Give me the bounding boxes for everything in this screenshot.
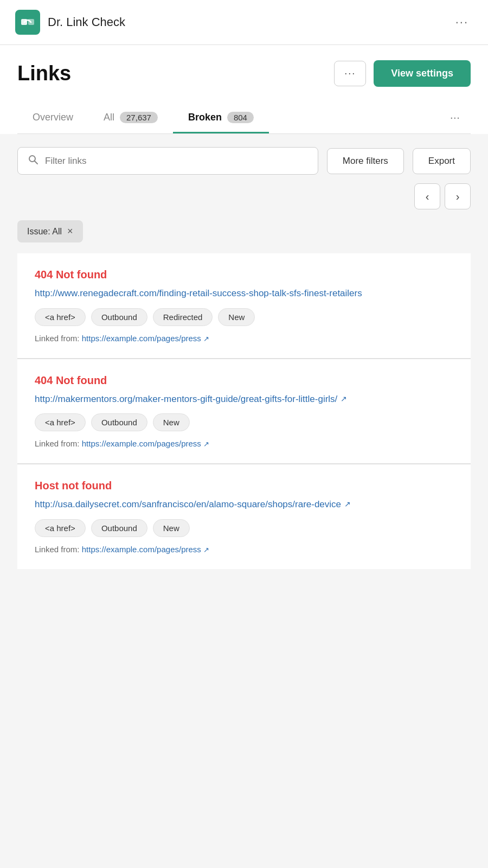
linked-from: Linked from: https://example.com/pages/p… (35, 439, 453, 448)
filter-tags-area: Issue: All × (0, 220, 488, 253)
external-link-icon: ↗ (341, 393, 347, 405)
top-bar: Dr. Link Check ··· (0, 0, 488, 45)
link-item: 404 Not found http://makermentors.org/ma… (17, 359, 471, 464)
pagination-row: ‹ › (0, 183, 488, 220)
linked-from-url[interactable]: https://example.com/pages/press (82, 545, 201, 554)
linked-from: Linked from: https://example.com/pages/p… (35, 545, 453, 554)
page-title: Links (17, 62, 71, 85)
link-status: 404 Not found (35, 269, 453, 281)
tab-all-badge: 27,637 (120, 112, 158, 123)
app-logo (15, 10, 40, 35)
link-item: 404 Not found http://www.renegadecraft.c… (17, 253, 471, 358)
header-actions: ··· View settings (334, 60, 471, 87)
svg-line-3 (35, 161, 38, 164)
link-url[interactable]: http://makermentors.org/maker-mentors-gi… (35, 392, 347, 406)
tags-row: <a href> Outbound New (35, 519, 453, 537)
search-icon (28, 154, 38, 168)
tags-row: <a href> Outbound Redirected New (35, 308, 453, 326)
tag-new: New (153, 519, 190, 537)
external-link-icon: ↗ (203, 335, 209, 343)
filter-bar: More filters Export (0, 134, 488, 183)
header-more-button[interactable]: ··· (334, 61, 366, 86)
tag-href: <a href> (35, 413, 86, 431)
app-menu-button[interactable]: ··· (451, 13, 473, 31)
prev-page-button[interactable]: ‹ (414, 183, 440, 209)
tab-broken-badge: 804 (227, 112, 254, 123)
links-list: 404 Not found http://www.renegadecraft.c… (0, 253, 488, 569)
tag-redirected: Redirected (153, 308, 213, 326)
view-settings-button[interactable]: View settings (374, 60, 471, 87)
link-url[interactable]: http://www.renegadecraft.com/finding-ret… (35, 286, 362, 301)
tag-new: New (153, 413, 190, 431)
link-item: Host not found http://usa.dailysecret.co… (17, 464, 471, 569)
active-filter-tag[interactable]: Issue: All × (17, 220, 83, 242)
page-header: Links ··· View settings Overview All 27,… (0, 45, 488, 134)
tag-href: <a href> (35, 519, 86, 537)
export-button[interactable]: Export (413, 148, 471, 174)
link-status: 404 Not found (35, 374, 453, 387)
more-filters-button[interactable]: More filters (327, 148, 404, 174)
tab-broken[interactable]: Broken 804 (173, 103, 269, 133)
filter-tag-label: Issue: All (27, 227, 62, 237)
linked-from-url[interactable]: https://example.com/pages/press (82, 439, 201, 448)
search-input[interactable] (45, 156, 308, 167)
link-url[interactable]: http://usa.dailysecret.com/sanfrancisco/… (35, 497, 351, 512)
app-title: Dr. Link Check (48, 15, 125, 29)
app-branding: Dr. Link Check (15, 10, 125, 35)
linked-from-url[interactable]: https://example.com/pages/press (82, 334, 201, 343)
next-page-button[interactable]: › (445, 183, 471, 209)
tags-row: <a href> Outbound New (35, 413, 453, 431)
tab-overview[interactable]: Overview (17, 103, 88, 133)
tabs-more-button[interactable]: ··· (439, 102, 471, 133)
external-link-icon: ↗ (203, 546, 209, 554)
filter-tag-close-icon[interactable]: × (67, 226, 73, 237)
link-status: Host not found (35, 480, 453, 492)
tabs-bar: Overview All 27,637 Broken 804 ··· (17, 102, 471, 134)
tag-outbound: Outbound (91, 519, 147, 537)
tag-href: <a href> (35, 308, 86, 326)
external-link-icon: ↗ (203, 440, 209, 448)
tab-all[interactable]: All 27,637 (88, 103, 173, 133)
external-link-icon: ↗ (344, 499, 351, 510)
tag-new: New (218, 308, 255, 326)
tag-outbound: Outbound (91, 413, 147, 431)
linked-from: Linked from: https://example.com/pages/p… (35, 334, 453, 343)
search-wrapper (17, 147, 318, 175)
tag-outbound: Outbound (91, 308, 147, 326)
